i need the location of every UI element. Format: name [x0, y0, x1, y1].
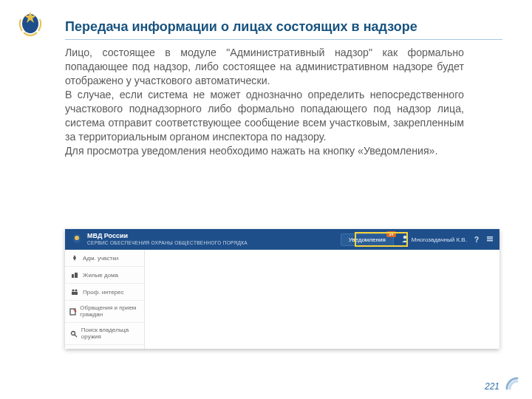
service-title-line2: СЕРВИС ОБЕСПЕЧЕНИЯ ОХРАНЫ ОБЩЕСТВЕННОГО …: [87, 240, 248, 245]
corner-decoration-icon: [504, 375, 520, 392]
svg-point-13: [71, 331, 75, 335]
sidebar-item-label: Жилые дома: [83, 272, 118, 279]
sidebar-item-obrashcheniya[interactable]: Обращения и прием граждан: [65, 301, 144, 323]
sidebar-item-label: Проф. интерес: [83, 289, 123, 296]
paragraph-3: Для просмотра уведомления необходимо наж…: [65, 144, 464, 158]
sidebar-item-label: Поиск владельца оружия: [81, 327, 140, 341]
sidebar-item-prof-interes[interactable]: Проф. интерес: [65, 284, 144, 301]
sidebar-item-adm-uchastki[interactable]: Адм. участки: [65, 250, 144, 267]
svg-line-14: [75, 335, 77, 337]
user-icon: [401, 235, 409, 244]
mvd-emblem-mini-icon: [71, 232, 83, 247]
houses-icon: [69, 271, 80, 279]
notifications-button[interactable]: Уведомления 34: [341, 233, 394, 246]
sidebar-item-poisk-vladeltsa[interactable]: Поиск владельца оружия: [65, 323, 144, 345]
paragraph-1: Лицо, состоящее в модуле "Административн…: [65, 46, 464, 88]
svg-point-2: [75, 236, 79, 240]
app-sidebar: Адм. участки Жилые дома Проф. интерес Об…: [65, 250, 145, 349]
notifications-label: Уведомления: [349, 236, 386, 243]
svg-rect-4: [487, 236, 493, 237]
page-number: 221: [485, 381, 499, 392]
app-topbar: МВД России СЕРВИС ОБЕСПЕЧЕНИЯ ОХРАНЫ ОБЩ…: [65, 229, 499, 250]
user-name: Многозадачный К.В.: [412, 236, 467, 243]
app-screenshot: МВД России СЕРВИС ОБЕСПЕЧЕНИЯ ОХРАНЫ ОБЩ…: [65, 229, 499, 349]
svg-rect-8: [75, 273, 78, 278]
menu-icon[interactable]: [486, 235, 494, 244]
svg-rect-5: [487, 239, 493, 239]
paragraph-2: В случае, если система не может однознач…: [65, 88, 464, 144]
pin-icon: [69, 254, 80, 262]
svg-point-9: [72, 289, 74, 291]
service-title-line1: МВД России: [87, 233, 248, 240]
svg-rect-11: [72, 292, 78, 295]
sidebar-item-label: Адм. участки: [83, 255, 118, 262]
svg-point-3: [403, 236, 406, 239]
sidebar-item-zhilye-doma[interactable]: Жилые дома: [65, 267, 144, 284]
mvd-emblem-icon: [16, 9, 44, 41]
svg-rect-7: [72, 274, 74, 278]
help-icon[interactable]: ?: [474, 236, 479, 244]
search-person-icon: [69, 330, 78, 338]
note-icon: [69, 308, 77, 316]
page-title: Передача информации о лицах состоящих в …: [65, 19, 502, 40]
service-title: МВД России СЕРВИС ОБЕСПЕЧЕНИЯ ОХРАНЫ ОБЩ…: [87, 233, 248, 245]
sidebar-item-label: Обращения и прием граждан: [80, 305, 140, 318]
notifications-count-badge: 34: [386, 231, 396, 237]
svg-point-10: [75, 289, 77, 291]
user-block[interactable]: Многозадачный К.В. ?: [401, 235, 494, 244]
people-icon: [69, 288, 80, 296]
svg-rect-6: [487, 240, 493, 241]
body-text: Лицо, состоящее в модуле "Административн…: [65, 46, 464, 158]
